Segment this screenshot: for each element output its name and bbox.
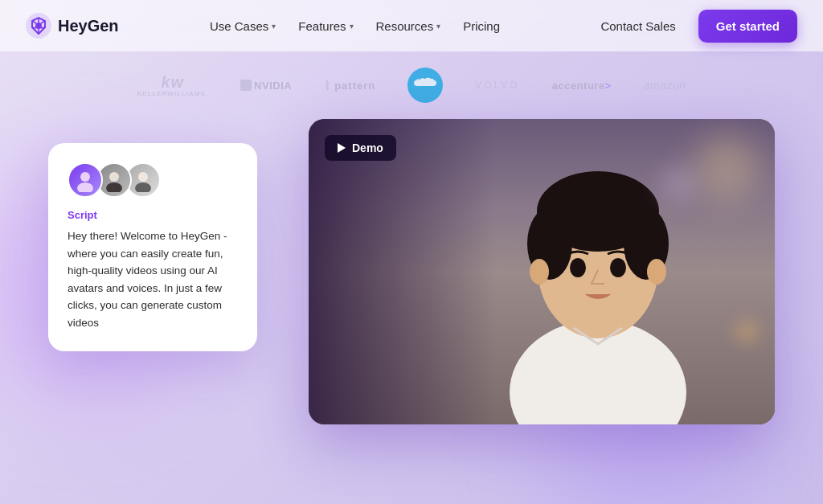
play-icon [338,143,346,153]
logo-text: HeyGen [58,17,119,35]
pattern-logo: ⌇ pattern [324,78,375,93]
svg-point-9 [610,258,626,277]
chevron-down-icon: ▾ [272,22,276,31]
salesforce-logo [407,68,443,103]
heygen-logo-icon [26,13,51,39]
amazon-logo: amazon [644,79,686,92]
script-text: Hey there! Welcome to HeyGen - where you… [68,227,238,332]
video-card[interactable]: Demo [309,119,775,424]
kw-logo: kw KELLERWILLIAMS. [137,73,208,98]
nav-item-features[interactable]: Features ▾ [289,13,362,39]
main-content: Demo [0,119,823,504]
get-started-button[interactable]: Get started [698,10,797,43]
chevron-down-icon: ▾ [350,22,354,31]
contact-sales-link[interactable]: Contact Sales [591,13,685,39]
svg-point-13 [77,182,93,192]
navbar: HeyGen Use Cases ▾ Features ▾ Resources … [0,0,823,51]
script-card: Script Hey there! Welcome to HeyGen - wh… [48,143,257,351]
chevron-down-icon: ▾ [436,22,440,31]
logos-strip: kw KELLERWILLIAMS. NVIDIA ⌇ pattern VOLV… [0,51,823,119]
volvo-logo: VOLVO [475,80,519,91]
nav-item-resources[interactable]: Resources ▾ [366,13,451,39]
accenture-logo: accenture> [552,80,612,92]
svg-point-14 [109,172,119,182]
svg-point-17 [135,182,151,192]
svg-point-1 [35,23,42,29]
demo-label: Demo [352,141,383,154]
nav-item-pricing[interactable]: Pricing [453,13,510,39]
svg-point-10 [530,259,549,285]
avatar-1 [68,162,103,198]
svg-point-8 [570,258,586,277]
person-svg [469,119,727,424]
nvidia-logo: NVIDIA [240,80,292,92]
logo[interactable]: HeyGen [26,13,119,39]
svg-point-11 [647,259,666,285]
nav-links: Use Cases ▾ Features ▾ Resources ▾ Prici… [200,13,510,39]
svg-point-15 [106,182,122,192]
nav-item-use-cases[interactable]: Use Cases ▾ [200,13,285,39]
demo-badge[interactable]: Demo [325,135,396,161]
svg-point-16 [138,172,148,182]
video-frame: Demo [309,119,775,424]
avatars-row [68,162,238,198]
svg-point-12 [80,172,90,182]
nav-right: Contact Sales Get started [591,10,797,43]
script-label: Script [68,209,238,221]
